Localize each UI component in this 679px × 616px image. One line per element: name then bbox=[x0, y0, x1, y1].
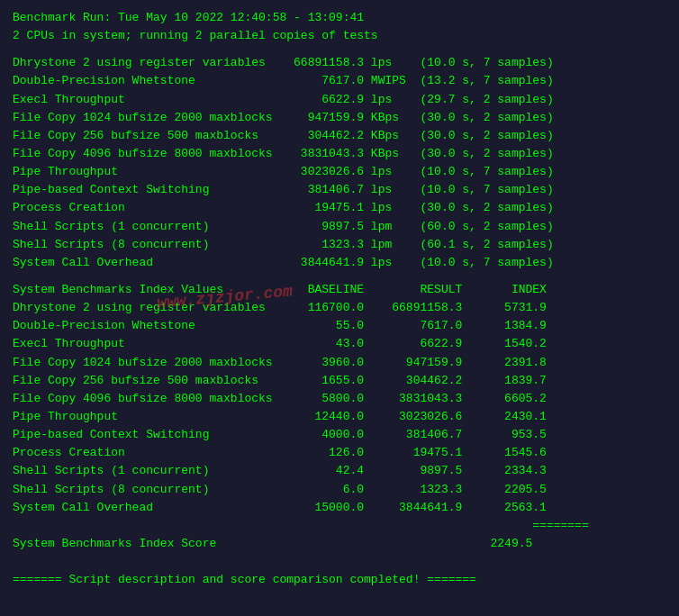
index-table-row: File Copy 4096 bufsize 8000 maxblocks 58… bbox=[13, 390, 666, 408]
raw-result-row: File Copy 256 bufsize 500 maxblocks 3044… bbox=[13, 127, 666, 145]
index-table-row: Dhrystone 2 using register variables 116… bbox=[13, 299, 666, 317]
raw-result-row: Pipe-based Context Switching 381406.7 lp… bbox=[13, 181, 666, 199]
index-table-row: Pipe-based Context Switching 4000.0 3814… bbox=[13, 426, 666, 444]
index-table-row: Process Creation 126.0 19475.1 1545.6 bbox=[13, 444, 666, 462]
raw-result-row: File Copy 1024 bufsize 2000 maxblocks 94… bbox=[13, 109, 666, 127]
header-line2: 2 CPUs in system; running 2 parallel cop… bbox=[13, 27, 666, 45]
index-score-row: System Benchmarks Index Score 2249.5 bbox=[13, 535, 666, 553]
index-table-row: System Call Overhead 15000.0 3844641.9 2… bbox=[13, 499, 666, 517]
index-table: System Benchmarks Index Values BASELINE … bbox=[13, 281, 666, 553]
index-table-row: File Copy 1024 bufsize 2000 maxblocks 39… bbox=[13, 354, 666, 372]
raw-result-row: Dhrystone 2 using register variables 668… bbox=[13, 54, 666, 72]
raw-result-row: Pipe Throughput 3023026.6 lps (10.0 s, 7… bbox=[13, 163, 666, 181]
raw-result-row: Process Creation 19475.1 lps (30.0 s, 2 … bbox=[13, 199, 666, 217]
index-separator: ======== bbox=[13, 517, 666, 535]
footer-message: ======= Script description and score com… bbox=[13, 571, 666, 589]
raw-result-row: Shell Scripts (1 concurrent) 9897.5 lpm … bbox=[13, 218, 666, 236]
raw-result-row: System Call Overhead 3844641.9 lps (10.0… bbox=[13, 254, 666, 272]
index-table-row: Shell Scripts (8 concurrent) 6.0 1323.3 … bbox=[13, 481, 666, 499]
index-table-row: Shell Scripts (1 concurrent) 42.4 9897.5… bbox=[13, 462, 666, 480]
raw-result-row: Execl Throughput 6622.9 lps (29.7 s, 2 s… bbox=[13, 91, 666, 109]
header-line1: Benchmark Run: Tue May 10 2022 12:40:58 … bbox=[13, 9, 666, 27]
raw-result-row: Shell Scripts (8 concurrent) 1323.3 lpm … bbox=[13, 236, 666, 254]
raw-result-row: Double-Precision Whetstone 7617.0 MWIPS … bbox=[13, 72, 666, 90]
raw-results: Dhrystone 2 using register variables 668… bbox=[13, 54, 666, 272]
index-table-row: Double-Precision Whetstone 55.0 7617.0 1… bbox=[13, 317, 666, 335]
index-table-row: File Copy 256 bufsize 500 maxblocks 1655… bbox=[13, 372, 666, 390]
raw-result-row: File Copy 4096 bufsize 8000 maxblocks 38… bbox=[13, 145, 666, 163]
index-table-row: Pipe Throughput 12440.0 3023026.6 2430.1 bbox=[13, 408, 666, 426]
index-table-header: System Benchmarks Index Values BASELINE … bbox=[13, 281, 666, 299]
index-table-row: Execl Throughput 43.0 6622.9 1540.2 bbox=[13, 335, 666, 353]
